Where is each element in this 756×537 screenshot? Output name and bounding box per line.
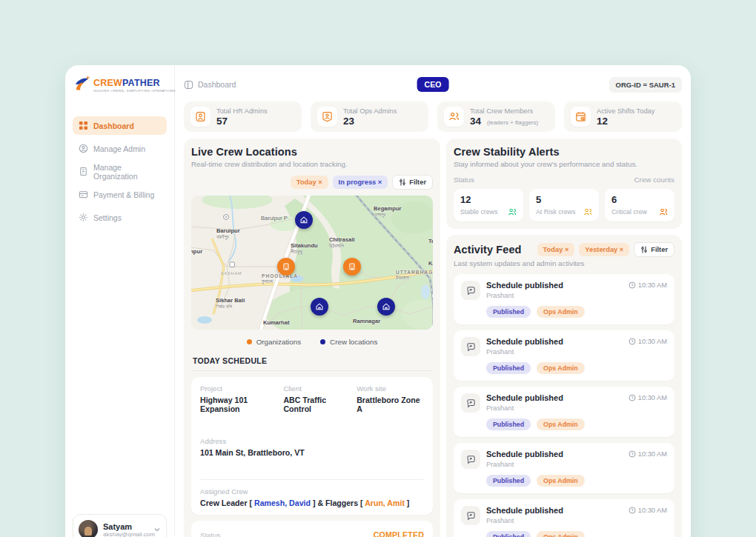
panel-toggle-icon[interactable] [184,80,193,90]
active-shifts-calendar-icon [571,107,591,127]
crew-location-marker[interactable] [377,298,395,316]
activity-feed-title: Activity Feed [454,244,533,256]
crew-stability-subtitle: Stay informed about your crew's performa… [454,160,674,168]
sidebar: CREWPATHER GUIDING CREWS, SIMPLIFYING OP… [65,65,175,537]
activity-actor: Prashant [486,348,563,356]
address-value: 101 Main St, Brattleboro, VT [200,448,424,457]
client-value: ABC Traffic Control [283,396,351,413]
clock-icon [629,450,636,458]
crew-stability-title: Crew Stability Alerts [454,146,674,158]
crew-stability-section: Crew Stability Alerts Stay informed abou… [446,139,682,229]
user-name: Satyam [103,522,148,531]
schedule-message-icon [461,393,480,413]
filter-sliders-icon [399,179,406,186]
activity-actor: Prashant [486,292,563,299]
job-status-card: Status COMPLETED Job started by Ramesh a… [191,521,433,537]
activity-actor: Prashant [486,404,563,412]
clock-icon [629,507,636,514]
worksite-label: Work site [357,384,424,393]
stability-col-counts: Crew counts [634,176,674,184]
crew-location-marker[interactable] [311,298,328,316]
filter-chip-in-progress[interactable]: In progress × [333,176,388,189]
stat-total-hr-admins: Total HR Admins 57 [184,101,302,132]
organizations-dot-icon [247,339,252,344]
activity-item[interactable]: Schedule publishedPrashant10:30 AMPublis… [454,499,674,537]
admin-user-icon [79,144,88,153]
ops-admin-badge: Ops Admin [537,531,585,537]
sidebar-item-payment-billing[interactable]: Payment & Billing [73,185,167,204]
organization-marker[interactable] [277,258,295,276]
sidebar-item-manage-organization[interactable]: Manage Organization [73,162,167,181]
legend-crew-locations: Crew locations [320,338,377,346]
assigned-crew-label: Assigned Crew [200,487,424,496]
status-label: Status [200,531,220,537]
crew-members-people-icon [444,107,464,127]
critical-crew-people-icon [659,207,668,216]
today-schedule-card: Project Highway 101 Expansion Client ABC… [191,377,433,515]
activity-time: 10:30 AM [629,338,667,345]
activity-item[interactable]: Schedule publishedPrashant10:30 AMPublis… [454,443,674,493]
ops-admin-badge-icon [317,107,337,127]
at-risk-crews-people-icon [583,207,592,216]
live-crew-map[interactable]: Baruipur PBaruipurবারুইপুরanpurপুরBegamp… [191,196,433,330]
stable-crews-people-icon [508,207,517,216]
sidebar-item-dashboard[interactable]: Dashboard [73,116,167,135]
activity-time: 10:30 AM [629,507,667,514]
main-area: Dashboard CEO ORG-ID = SAUR-1 Total HR A… [175,65,691,537]
activity-item[interactable]: Schedule publishedPrashant10:30 AMPublis… [454,274,674,324]
crew-location-marker[interactable] [295,211,313,229]
schedule-message-icon [461,337,480,356]
status-badge: COMPLETED [374,530,424,537]
published-badge: Published [486,418,531,430]
stability-card-at-risk: 5 At Risk crews [529,189,599,221]
project-label: Project [200,384,277,393]
activity-filter-button[interactable]: Filter [634,242,674,257]
live-crew-title: Live Crew Locations [191,146,433,158]
published-badge: Published [486,306,531,318]
activity-feed-section: Activity Feed Today × Yesterday × Filter… [446,235,682,537]
activity-title-text: Schedule published [486,281,563,290]
filter-chip-today[interactable]: Today × [291,176,328,189]
organization-building-icon [79,167,88,176]
stability-col-status: Status [454,176,474,184]
activity-title-text: Schedule published [486,393,563,402]
sidebar-item-manage-admin[interactable]: Manage Admin [73,139,167,158]
organization-marker[interactable] [343,258,361,276]
client-label: Client [283,384,351,393]
activity-chip-today[interactable]: Today × [537,243,575,256]
dashboard-grid-icon [79,121,88,130]
ops-admin-badge: Ops Admin [537,475,585,487]
sidebar-nav: Dashboard Manage Admin Manage Organizati… [73,116,167,227]
activity-item[interactable]: Schedule publishedPrashant10:30 AMPublis… [454,330,674,381]
user-menu[interactable]: Satyam akshay@gmail.com [73,514,167,537]
worksite-value: Brattleboro Zone A [357,396,424,413]
sidebar-item-settings[interactable]: Settings [73,208,167,227]
published-badge: Published [486,531,531,537]
stat-active-shifts: Active Shifts Today 12 [564,101,682,132]
breadcrumb[interactable]: Dashboard [184,80,236,90]
activity-chip-yesterday[interactable]: Yesterday × [579,243,629,256]
brand-tagline: GUIDING CREWS, SIMPLIFYING OPERATIONS [93,89,176,93]
live-crew-locations-section: Live Crew Locations Real-time crew distr… [184,139,440,537]
map-filter-button[interactable]: Filter [392,175,433,190]
activity-title-text: Schedule published [486,506,563,515]
user-email: akshay@gmail.com [103,531,148,537]
schedule-message-icon [461,281,480,300]
clock-icon [629,338,636,345]
schedule-message-icon [461,506,480,525]
org-id-badge: ORG-ID = SAUR-1 [609,77,683,93]
address-label: Address [200,437,424,445]
activity-item[interactable]: Schedule publishedPrashant10:30 AMPublis… [454,387,674,437]
crew-leaders: Ramesh, David [254,498,311,507]
project-value: Highway 101 Expansion [200,396,277,413]
legend-organizations: Organizations [247,338,301,346]
map-legend: Organizations Crew locations [191,338,433,346]
activity-time: 10:30 AM [629,281,667,289]
app-window: CREWPATHER GUIDING CREWS, SIMPLIFYING OP… [65,65,691,537]
activity-time: 10:30 AM [629,394,667,401]
activity-feed-list: Schedule publishedPrashant10:30 AMPublis… [454,274,674,537]
activity-feed-subtitle: Last system updates and admin activites [454,259,674,267]
clock-icon [629,281,636,289]
logo: CREWPATHER GUIDING CREWS, SIMPLIFYING OP… [73,76,167,93]
live-crew-subtitle: Real-time crew distribution and location… [191,160,433,168]
